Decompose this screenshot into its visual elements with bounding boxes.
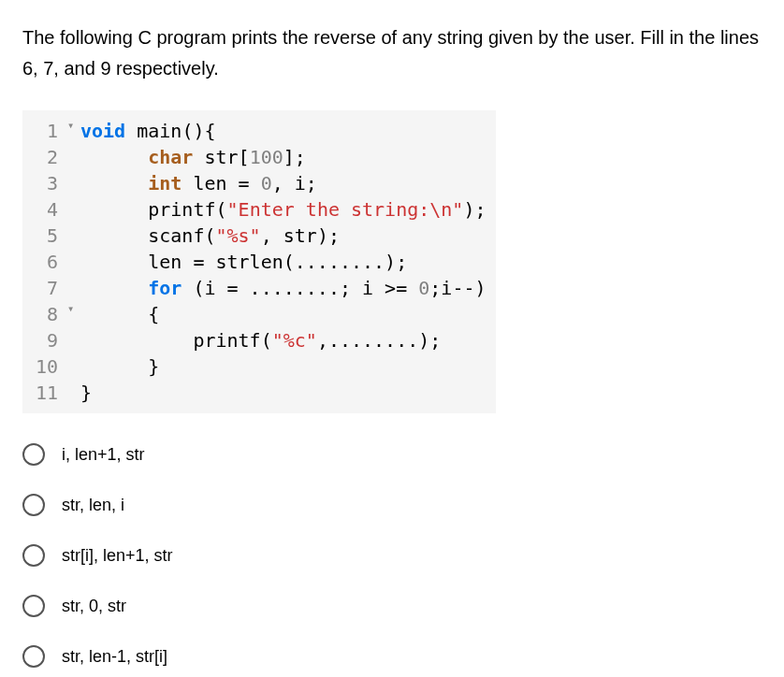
code-content: int len = 0, i; (80, 170, 317, 196)
line-number: 7 (28, 275, 67, 301)
code-line: 2 char str[100]; (28, 144, 486, 170)
options-container: i, len+1, strstr, len, istr[i], len+1, s… (22, 443, 762, 668)
fold-marker (67, 223, 80, 249)
radio-icon[interactable] (22, 544, 45, 567)
code-content: len = strlen(........); (80, 249, 407, 275)
fold-marker (67, 170, 80, 196)
fold-marker: ▾ (67, 301, 80, 327)
radio-icon[interactable] (22, 494, 45, 516)
line-number: 11 (28, 380, 67, 406)
option-label: str, len-1, str[i] (62, 647, 167, 667)
line-number: 5 (28, 223, 67, 249)
option-2[interactable]: str[i], len+1, str (22, 544, 762, 567)
fold-marker (67, 249, 80, 275)
fold-marker (67, 275, 80, 301)
code-content: void main(){ (80, 118, 216, 144)
line-number: 8 (28, 301, 67, 327)
line-number: 6 (28, 249, 67, 275)
code-line: 5 scanf("%s", str); (28, 223, 486, 249)
fold-marker (67, 380, 80, 406)
fold-marker (67, 327, 80, 353)
option-label: str, len, i (62, 496, 124, 515)
code-content: for (i = ........; i >= 0;i--) (80, 275, 486, 301)
fold-marker: ▾ (67, 118, 80, 144)
question-text: The following C program prints the rever… (22, 22, 762, 84)
code-content: char str[100]; (80, 144, 306, 170)
code-line: 9 printf("%c",........); (28, 327, 486, 353)
option-label: str[i], len+1, str (62, 546, 173, 566)
code-line: 11} (28, 380, 486, 406)
line-number: 2 (28, 144, 67, 170)
radio-icon[interactable] (22, 443, 45, 466)
line-number: 4 (28, 196, 67, 223)
code-content: scanf("%s", str); (80, 223, 340, 249)
code-line: 1▾void main(){ (28, 118, 486, 144)
code-content: printf("%c",........); (80, 327, 441, 353)
code-content: { (80, 301, 159, 327)
fold-marker (67, 144, 80, 170)
line-number: 10 (28, 353, 67, 380)
fold-marker (67, 353, 80, 380)
code-content: } (80, 380, 92, 406)
option-0[interactable]: i, len+1, str (22, 443, 762, 466)
code-line: 3 int len = 0, i; (28, 170, 486, 196)
code-line: 10 } (28, 353, 486, 380)
code-line: 4 printf("Enter the string:\n"); (28, 196, 486, 223)
fold-marker (67, 196, 80, 223)
option-label: str, 0, str (62, 597, 126, 616)
radio-icon[interactable] (22, 595, 45, 617)
option-label: i, len+1, str (62, 445, 145, 465)
line-number: 1 (28, 118, 67, 144)
line-number: 9 (28, 327, 67, 353)
code-block: 1▾void main(){2 char str[100];3 int len … (22, 110, 496, 413)
radio-icon[interactable] (22, 645, 45, 668)
code-line: 8▾ { (28, 301, 486, 327)
option-4[interactable]: str, len-1, str[i] (22, 645, 762, 668)
option-3[interactable]: str, 0, str (22, 595, 762, 617)
option-1[interactable]: str, len, i (22, 494, 762, 516)
line-number: 3 (28, 170, 67, 196)
code-line: 7 for (i = ........; i >= 0;i--) (28, 275, 486, 301)
code-line: 6 len = strlen(........); (28, 249, 486, 275)
code-content: } (80, 353, 159, 380)
code-content: printf("Enter the string:\n"); (80, 196, 486, 223)
